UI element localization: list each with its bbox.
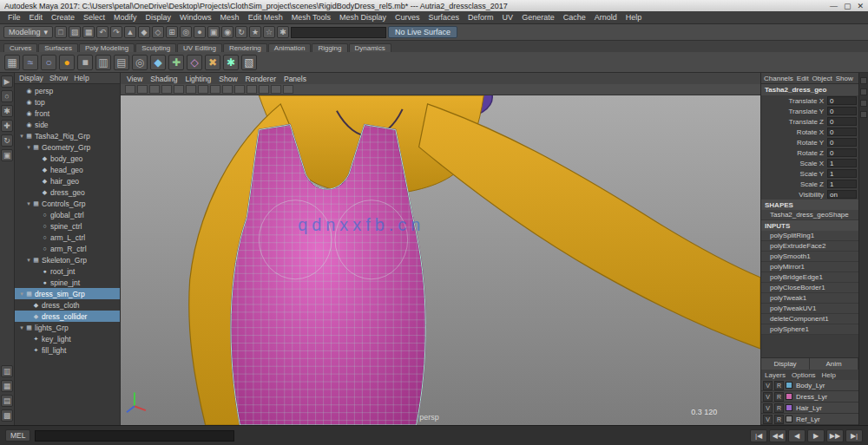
layer-editor-tab[interactable]: Display [761,358,810,370]
outliner-menu-item[interactable]: Display [19,74,43,82]
save-scene-icon[interactable]: ▦ [82,26,95,38]
outliner-menu-item[interactable]: Help [74,74,89,82]
outliner-item[interactable]: ◉ side [15,119,120,130]
title-bar[interactable]: Autodesk Maya 2017: C:\Users\petal\OneDr… [0,0,868,11]
input-node[interactable]: polyMirror1 [761,262,858,272]
outliner-item[interactable]: ● spine_jnt [15,277,120,288]
input-node[interactable]: polyBridgeEdge1 [761,272,858,283]
menu-item[interactable]: Edit [25,13,48,22]
outliner-item[interactable]: ▾ ▦ Skeleton_Grp [15,254,120,265]
input-node[interactable]: polyExtrudeFace2 [761,241,858,252]
shelf-tab[interactable]: UV Editing [177,43,222,52]
menu-item[interactable]: Mesh Display [335,13,391,22]
maximize-button[interactable]: ▢ [844,2,852,10]
outliner-item[interactable]: ◉ persp [15,85,120,96]
layer-editor-menu-item[interactable]: Options [792,371,816,379]
menu-item[interactable]: Create [47,13,79,22]
safe-action-icon[interactable] [271,85,281,94]
channel-box-menu-item[interactable]: Object [812,75,832,82]
outliner-item[interactable]: ○ arm_L_ctrl [15,232,120,243]
lock-camera-icon[interactable] [137,85,148,94]
tool-settings-toggle-icon[interactable] [860,100,867,107]
expand-arrow-icon[interactable]: ▾ [18,291,25,298]
layout-persp-outliner-icon[interactable]: ▤ [1,395,13,407]
menu-item[interactable]: Generate [517,13,559,22]
go-to-start-button[interactable]: |◀ [750,429,767,442]
image-plane-icon[interactable] [174,85,184,94]
attribute-value-field[interactable]: 1 [827,159,857,167]
menu-item[interactable]: Select [79,13,109,22]
field-chart-icon[interactable] [259,85,269,94]
close-button[interactable]: ✕ [857,2,864,10]
expand-arrow-icon[interactable]: ▾ [18,324,25,331]
menu-item[interactable]: Help [621,13,647,22]
input-node[interactable]: polyTweakUV1 [761,304,858,314]
quick-selection-input[interactable] [291,27,386,38]
live-surface-button[interactable]: No Live Surface [388,26,457,38]
menu-item[interactable]: File [3,13,25,22]
attribute-value-field[interactable]: on [827,190,857,199]
outliner-item[interactable]: ◆ body_geo [15,153,120,164]
play-backwards-button[interactable]: ◀ [788,429,806,442]
shelf-plane-icon[interactable]: ▤ [114,55,129,70]
attribute-label[interactable]: Translate Y [763,108,827,115]
layer-name[interactable]: Hair_Lyr [794,404,857,412]
menu-item[interactable]: Display [141,13,176,22]
layer-reference-toggle[interactable]: R [774,381,784,390]
attribute-value-field[interactable]: 1 [827,180,857,188]
command-line-input[interactable] [35,430,234,442]
panel-menu-item[interactable]: View [127,75,142,83]
undo-icon[interactable]: ↶ [96,26,108,38]
shelf-menu-grid-icon[interactable]: ▦ [4,55,20,70]
outliner-item[interactable]: ▾ ▦ Geometry_Grp [15,141,120,153]
shelf-tab[interactable]: Curves [3,43,37,52]
outliner-item[interactable]: ◆ dress_geo [15,187,120,198]
lasso-tool-icon[interactable]: ○ [1,90,13,102]
layer-visibility-toggle[interactable]: V [763,392,773,402]
panel-menu-item[interactable]: Renderer [246,75,276,83]
attribute-label[interactable]: Scale Z [763,180,827,188]
layer-row[interactable]: V R Hair_Lyr [761,402,858,414]
layer-name[interactable]: Body_Lyr [794,382,857,389]
layer-color-swatch[interactable] [786,404,792,411]
layer-row[interactable]: V R Body_Lyr [761,380,858,391]
input-node[interactable]: polySmooth1 [761,252,858,262]
shelf-tab[interactable]: Surfaces [38,43,78,52]
menu-item[interactable]: Mesh [216,13,244,22]
outliner-item[interactable]: ✦ fill_light [15,344,120,356]
input-node[interactable]: polySphere1 [761,324,858,335]
menu-item[interactable]: Arnold [590,13,621,22]
shelf-curves-icon[interactable]: ≈ [23,55,38,70]
channel-box-object-name[interactable]: Tasha2_dress_geo [761,84,858,95]
layer-visibility-toggle[interactable]: V [763,403,773,413]
menu-item[interactable]: UV [498,13,518,22]
layer-editor-menu-item[interactable]: Layers [765,371,786,379]
outliner-item[interactable]: ◆ dress_cloth [15,299,120,311]
select-tool-icon[interactable]: ▶ [1,75,13,88]
expand-arrow-icon[interactable]: ▾ [25,257,32,264]
input-node[interactable]: polySplitRing1 [761,231,858,241]
shelf-tab[interactable]: Sculpting [135,43,176,52]
attribute-label[interactable]: Visibility [763,191,827,199]
scale-tool-icon[interactable]: ▣ [1,149,13,161]
channel-box-menu-item[interactable]: Edit [797,75,809,82]
film-gate-icon[interactable] [222,85,233,94]
render-icon[interactable]: ★ [249,26,261,38]
panel-menu-item[interactable]: Show [219,75,237,83]
menu-item[interactable]: Windows [175,13,216,22]
grid-icon[interactable] [210,85,220,94]
outliner-item[interactable]: ▾ ▦ dress_sim_Grp [15,288,120,299]
grease-pencil-icon[interactable] [198,85,208,94]
shape-node[interactable]: Tasha2_dress_geoShape [761,210,858,220]
layer-reference-toggle[interactable]: R [774,392,784,402]
layer-color-swatch[interactable] [786,382,792,389]
expand-arrow-icon[interactable]: ▾ [18,133,25,140]
attribute-value-field[interactable]: 0 [827,107,857,115]
shelf-sphere-icon[interactable]: ● [59,55,75,70]
outliner-item[interactable]: ◆ hair_geo [15,175,120,187]
layer-editor-tab[interactable]: Anim [810,358,858,370]
layer-name[interactable]: Ref_Lyr [794,416,857,423]
layer-editor-menu-item[interactable]: Help [822,371,836,379]
outliner-item[interactable]: ◉ top [15,96,120,108]
go-to-end-button[interactable]: ▶| [845,429,863,442]
